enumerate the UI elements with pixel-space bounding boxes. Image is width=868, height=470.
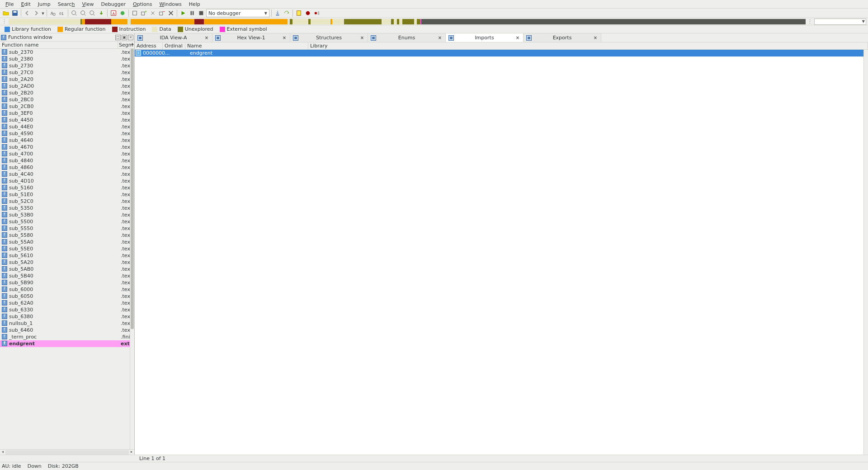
function-row[interactable]: fsub_2370.text [0, 49, 134, 56]
tab-structures[interactable]: ▦Structures× [290, 33, 368, 42]
add-node-icon[interactable]: + [140, 9, 148, 17]
function-row[interactable]: fsub_4D10.text [0, 178, 134, 184]
tab-close-icon[interactable]: × [515, 35, 520, 41]
function-row[interactable]: fsub_6380.text [0, 313, 134, 320]
function-row[interactable]: fsub_5B40.text [0, 273, 134, 279]
breakpoint-list-icon[interactable] [313, 9, 321, 17]
tab-close-icon[interactable]: × [282, 35, 287, 41]
function-row[interactable]: fsub_44E0.text [0, 123, 134, 130]
function-row[interactable]: fsub_6000.text [0, 286, 134, 293]
function-row[interactable]: fsub_5550.text [0, 225, 134, 232]
function-row[interactable]: f_term_proc.fini [0, 334, 134, 340]
open-icon[interactable] [2, 9, 10, 17]
function-row[interactable]: fsub_55A0.text [0, 239, 134, 245]
stop-icon[interactable] [197, 9, 205, 17]
maximize-icon[interactable]: □ [115, 35, 121, 40]
step-over-icon[interactable] [283, 9, 291, 17]
navigation-zoom-selector[interactable]: ▼ [814, 19, 866, 25]
tab-exports[interactable]: ▦Exports× [524, 33, 601, 42]
function-row[interactable]: fsub_5A20.text [0, 259, 134, 266]
function-row[interactable]: fnullsub_1.text [0, 320, 134, 327]
text-search-icon[interactable]: A [49, 9, 57, 17]
function-row[interactable]: fsub_6330.text [0, 306, 134, 313]
tab-hex-view-1[interactable]: ▦Hex View-1× [212, 33, 290, 42]
back-menu-arrow-icon[interactable]: ▾ [41, 9, 45, 17]
function-row[interactable]: fsub_4840.text [0, 157, 134, 164]
function-row[interactable]: fsub_2BC0.text [0, 96, 134, 103]
zoom-icon[interactable] [79, 9, 87, 17]
delete-icon[interactable] [167, 9, 175, 17]
navigation-strip[interactable] [9, 19, 806, 24]
function-row[interactable]: fsub_4640.text [0, 137, 134, 144]
function-row[interactable]: fsub_2A20.text [0, 76, 134, 83]
function-row[interactable]: fsub_2AD0.text [0, 83, 134, 89]
tab-close-icon[interactable]: × [437, 35, 443, 41]
vertical-scrollbar[interactable] [130, 49, 134, 449]
step-into-icon[interactable] [274, 9, 282, 17]
tab-ida-view-a[interactable]: ▦IDA View-A× [135, 33, 212, 42]
import-row[interactable]: ⇩0000000...endgrent [135, 50, 868, 56]
script-icon[interactable] [295, 9, 303, 17]
tab-close-icon[interactable]: × [593, 35, 598, 41]
box-node-icon[interactable] [131, 9, 139, 17]
vertical-scrollbar[interactable] [863, 50, 868, 455]
column-address[interactable]: Address [135, 42, 163, 49]
function-row[interactable]: fsub_6460.text [0, 327, 134, 334]
function-row[interactable]: fsub_5610.text [0, 252, 134, 259]
tab-close-icon[interactable]: × [359, 35, 365, 41]
menu-file[interactable]: File [2, 1, 17, 8]
function-row[interactable]: fsub_53B0.text [0, 212, 134, 218]
function-row[interactable]: fsub_5160.text [0, 184, 134, 191]
zoom-in-icon[interactable] [70, 9, 78, 17]
imports-columns-header[interactable]: Address Ordinal Name Library [135, 42, 868, 50]
function-row[interactable]: fsub_6050.text [0, 293, 134, 300]
binary-search-icon[interactable]: 01 [58, 9, 66, 17]
function-row[interactable]: fsub_5580.text [0, 232, 134, 239]
imports-list[interactable]: ⇩0000000...endgrent [135, 50, 868, 455]
functions-list[interactable]: fsub_2370.textfsub_2380.textfsub_2730.te… [0, 49, 134, 449]
column-library[interactable]: Library [308, 42, 868, 49]
function-row[interactable]: fsub_4450.text [0, 117, 134, 123]
menu-windows[interactable]: Windows [156, 1, 185, 8]
function-row[interactable]: fsub_62A0.text [0, 300, 134, 306]
green-circle-icon[interactable] [118, 9, 127, 17]
tab-close-icon[interactable]: × [204, 35, 209, 41]
function-row[interactable]: fsub_27C0.text [0, 69, 134, 76]
menu-jump[interactable]: Jump [34, 1, 54, 8]
function-row[interactable]: fsub_5500.text [0, 218, 134, 225]
function-row[interactable]: fsub_2CB0.text [0, 103, 134, 110]
functions-columns-header[interactable]: Function name Segm▲ [0, 42, 134, 49]
function-row[interactable]: fsub_5350.text [0, 205, 134, 212]
scroll-left-icon[interactable]: ◂ [0, 450, 5, 455]
down-arrow-icon[interactable] [97, 9, 105, 17]
function-row[interactable]: fsub_4670.text [0, 144, 134, 150]
tab-imports[interactable]: ▦Imports× [446, 33, 524, 42]
function-row[interactable]: fsub_2380.text [0, 56, 134, 62]
save-icon[interactable] [11, 9, 19, 17]
restore-icon[interactable]: ▣ [122, 35, 127, 40]
column-function-name[interactable]: Function name [0, 42, 118, 48]
function-row[interactable]: fsub_2B20.text [0, 89, 134, 96]
function-row[interactable]: fsub_5AB0.text [0, 266, 134, 273]
nav-handle[interactable]: ⋮ [2, 19, 7, 24]
function-row[interactable]: fendgrentexte [0, 340, 134, 347]
pause-icon[interactable] [188, 9, 196, 17]
cut-node-icon[interactable] [149, 9, 157, 17]
scrollbar-thumb[interactable] [131, 49, 134, 329]
nav-handle-right[interactable]: ⋮ [807, 19, 812, 24]
function-row[interactable]: fsub_4860.text [0, 164, 134, 171]
zoom-out-icon[interactable] [88, 9, 96, 17]
breakpoint-icon[interactable] [304, 9, 312, 17]
scroll-right-icon[interactable]: ▸ [129, 450, 134, 455]
debugger-selector[interactable]: No debugger▼ [206, 9, 269, 17]
menu-options[interactable]: Options [129, 1, 156, 8]
functions-window-titlebar[interactable]: f Functions window □ ▣ × [0, 33, 134, 42]
run-icon[interactable] [179, 9, 187, 17]
function-row[interactable]: fsub_5B90.text [0, 279, 134, 286]
text-view-icon[interactable]: A [109, 9, 118, 17]
function-row[interactable]: fsub_51E0.text [0, 191, 134, 198]
menu-view[interactable]: View [78, 1, 97, 8]
function-row[interactable]: fsub_3EF0.text [0, 110, 134, 117]
horizontal-scrollbar[interactable]: ◂ ▸ [0, 449, 134, 455]
close-icon[interactable]: × [128, 35, 133, 40]
